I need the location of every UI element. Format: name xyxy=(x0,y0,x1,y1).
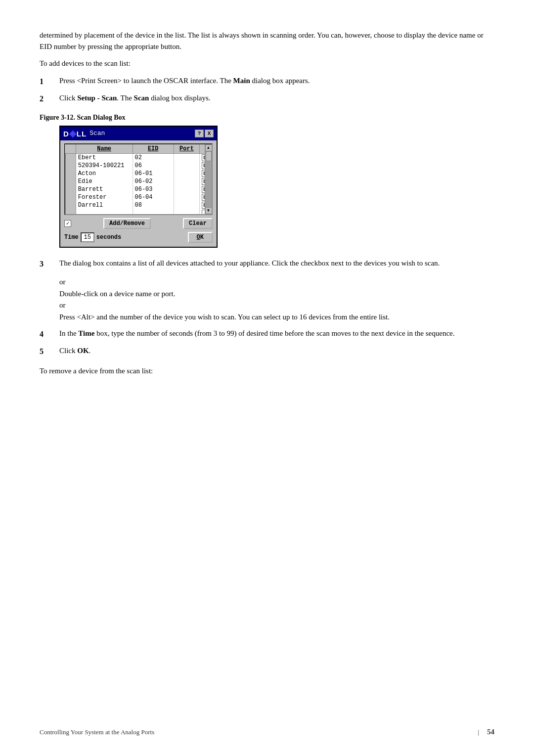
device-eid: 02 xyxy=(133,153,174,162)
row-num xyxy=(66,201,76,209)
step-3-num: 3 xyxy=(40,258,59,270)
footer-separator: | xyxy=(478,728,479,736)
step-4-content: In the Time box, type the number of seco… xyxy=(59,328,494,339)
table-row: Edie 06-02 ⊠ xyxy=(66,178,212,185)
device-name[interactable]: Barrett xyxy=(76,185,133,193)
device-port xyxy=(174,178,199,185)
device-port xyxy=(174,193,199,201)
table-row: Acton 06-01 ⊠ xyxy=(66,170,212,178)
ok-button[interactable]: OK xyxy=(188,232,213,243)
step-2: 2 Click Setup - Scan. The Scan dialog bo… xyxy=(40,92,494,105)
table-row: Darrell 08 ⊠ xyxy=(66,201,212,209)
sub-para-1: Double-click on a device name or port. xyxy=(59,288,494,300)
device-name[interactable]: 520394-100221 xyxy=(76,162,133,170)
device-port xyxy=(174,153,199,162)
to-remove-text: To remove a device from the scan list: xyxy=(40,365,494,377)
device-name[interactable]: Edie xyxy=(76,178,133,185)
final-steps-list: 4 In the Time box, type the number of se… xyxy=(40,328,494,357)
device-name[interactable]: Forester xyxy=(76,193,133,201)
time-label: Time xyxy=(64,234,79,241)
device-name[interactable]: Acton xyxy=(76,170,133,178)
device-port xyxy=(174,201,199,209)
figure-label: Figure 3-12. Scan Dialog Box xyxy=(40,114,494,122)
dialog-btn-row: ✓ Add/Remove Clear xyxy=(64,218,213,229)
seconds-label: seconds xyxy=(96,234,121,241)
dialog-footer: Time seconds OK xyxy=(64,232,213,243)
col-header-name: Name xyxy=(76,144,133,154)
device-eid: 06-02 xyxy=(133,178,174,185)
device-eid: 08 xyxy=(133,201,174,209)
dialog-title-left: D◈LL Scan xyxy=(63,128,105,139)
step-4-num: 4 xyxy=(40,328,59,340)
device-name[interactable] xyxy=(76,209,133,215)
step-4: 4 In the Time box, type the number of se… xyxy=(40,328,494,340)
intro-paragraph: determined by placement of the device in… xyxy=(40,30,494,52)
clear-button[interactable]: Clear xyxy=(183,218,213,229)
col-header-num xyxy=(66,144,76,154)
sub-para-2: Press <Alt> and the number of the device… xyxy=(59,311,494,323)
select-checkbox[interactable]: ✓ xyxy=(64,220,71,227)
device-eid: 06-03 xyxy=(133,185,174,193)
step-3-content: The dialog box contains a list of all de… xyxy=(59,258,494,269)
row-num xyxy=(66,153,76,162)
scan-table-area: Name EID Port Ebert 02 ⊠ xyxy=(64,143,213,215)
close-button[interactable]: X xyxy=(205,130,214,137)
help-button[interactable]: ? xyxy=(195,130,204,137)
col-header-port: Port xyxy=(174,144,199,154)
step-1-num: 1 xyxy=(40,75,59,88)
page-number: 54 xyxy=(487,728,494,736)
dialog-controls: ? X xyxy=(195,130,214,137)
scroll-thumb[interactable] xyxy=(206,151,212,161)
table-row: Forester 06-04 ⊠ xyxy=(66,193,212,201)
check-area: ✓ xyxy=(64,220,71,227)
row-num xyxy=(66,178,76,185)
device-eid: 06 xyxy=(133,162,174,170)
to-add-text: To add devices to the scan list: xyxy=(40,58,494,69)
steps-list: 1 Press <Print Screen> to launch the OSC… xyxy=(40,75,494,105)
table-row: Ebert 02 ⊠ xyxy=(66,153,212,162)
step-1-content: Press <Print Screen> to launch the OSCAR… xyxy=(59,75,494,87)
device-port xyxy=(174,209,199,215)
row-num xyxy=(66,185,76,193)
device-eid xyxy=(133,209,174,215)
dialog-title-text: Scan xyxy=(89,130,105,137)
device-eid: 06-01 xyxy=(133,170,174,178)
dialog-titlebar: D◈LL Scan ? X xyxy=(60,127,217,140)
step-2-num: 2 xyxy=(40,92,59,105)
after-steps-list: 3 The dialog box contains a list of all … xyxy=(40,258,494,270)
step-2-content: Click Setup - Scan. The Scan dialog box … xyxy=(59,92,494,104)
row-num xyxy=(66,162,76,170)
scroll-up-arrow[interactable]: ▲ xyxy=(205,144,212,151)
step-3: 3 The dialog box contains a list of all … xyxy=(40,258,494,270)
add-remove-button[interactable]: Add/Remove xyxy=(103,218,151,229)
vertical-scrollbar[interactable]: ▲ ▼ xyxy=(205,144,212,214)
col-header-eid: EID xyxy=(133,144,174,154)
device-name[interactable]: Ebert xyxy=(76,153,133,162)
row-num xyxy=(66,193,76,201)
step-1: 1 Press <Print Screen> to launch the OSC… xyxy=(40,75,494,88)
device-port xyxy=(174,170,199,178)
scroll-down-arrow[interactable]: ▼ xyxy=(205,207,212,214)
page-footer: Controlling Your System at the Analog Po… xyxy=(40,728,494,736)
scan-table: Name EID Port Ebert 02 ⊠ xyxy=(65,144,212,215)
dialog-wrapper: D◈LL Scan ? X Name EID Po xyxy=(59,126,494,248)
dell-logo: D◈LL xyxy=(63,128,87,139)
scan-dialog: D◈LL Scan ? X Name EID Po xyxy=(59,126,218,248)
time-area: Time seconds xyxy=(64,232,121,242)
device-name[interactable]: Darrell xyxy=(76,201,133,209)
table-row: 520394-100221 06 ⊠ xyxy=(66,162,212,170)
device-port xyxy=(174,162,199,170)
device-port xyxy=(174,185,199,193)
step-5: 5 Click OK. xyxy=(40,345,494,357)
or-text-1: or xyxy=(59,278,494,286)
table-header-row: Name EID Port xyxy=(66,144,212,154)
time-input[interactable] xyxy=(81,232,94,242)
footer-text: Controlling Your System at the Analog Po… xyxy=(40,728,154,736)
device-eid: 06-04 xyxy=(133,193,174,201)
table-row xyxy=(66,209,212,215)
step-5-num: 5 xyxy=(40,345,59,357)
scroll-track xyxy=(205,151,212,207)
or-text-2: or xyxy=(59,301,494,310)
step-5-content: Click OK. xyxy=(59,345,494,356)
table-row: Barrett 06-03 ⊠ xyxy=(66,185,212,193)
